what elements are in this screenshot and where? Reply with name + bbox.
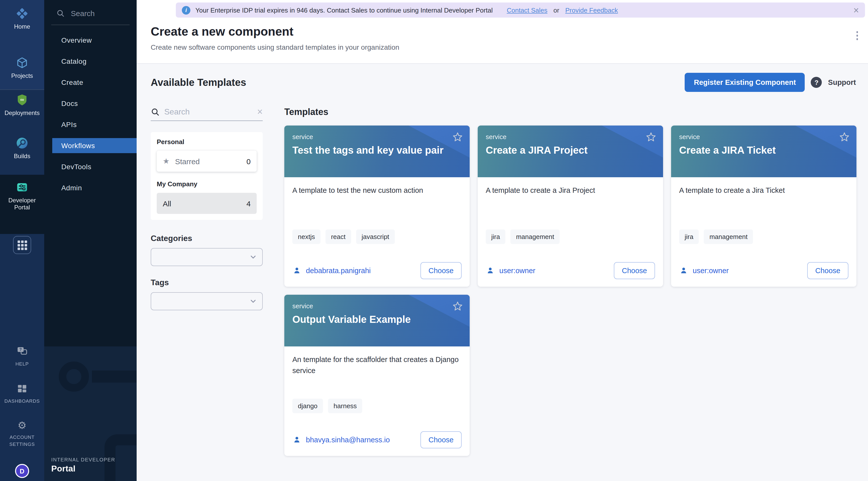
sidebar-item-catalog[interactable]: Catalog [44,51,136,72]
template-tags: nextjs react javascript [292,229,462,244]
contact-sales-link[interactable]: Contact Sales [507,6,548,14]
search-icon [56,9,65,18]
support-question-icon[interactable]: ? [811,77,822,88]
tag-chip[interactable]: management [510,229,560,244]
owner-name: bhavya.sinha@harness.io [306,436,390,444]
star-outline-icon[interactable] [646,132,656,142]
rail-item-dashboards[interactable]: DASHBOARDS [0,384,44,405]
template-card-header: service Test the tags and key value pair [284,126,470,177]
register-existing-component-button[interactable]: Register Existing Component [685,73,805,92]
page-header-section: i Your Enterprise IDP trial expires in 9… [136,0,868,64]
rail-item-help[interactable]: ? HELP [0,346,44,367]
support-label: Support [828,78,856,86]
choose-button[interactable]: Choose [614,262,655,279]
tag-chip[interactable]: jira [486,229,505,244]
brand-decoration-ring [59,361,89,392]
rail-label: Developer Portal [3,197,41,211]
template-tags: jira management [679,229,848,244]
sidebar-item-create[interactable]: Create [44,72,136,93]
template-owner-link[interactable]: debabrata.panigrahi [292,266,371,275]
star-outline-icon[interactable] [839,132,850,142]
starred-filter-row[interactable]: ★ Starred 0 [157,151,257,172]
template-owner-link[interactable]: bhavya.sinha@harness.io [292,435,390,444]
categories-label: Categories [151,234,263,243]
provide-feedback-link[interactable]: Provide Feedback [565,6,618,14]
templates-section: Templates service Test the tags and key … [284,107,856,456]
page-head: Create a new component Create new softwa… [136,18,868,51]
rail-label: DASHBOARDS [4,398,40,405]
tags-select[interactable] [151,292,263,310]
tag-chip[interactable]: react [326,229,351,244]
template-card-header: service Create a JIRA Project [478,126,663,177]
templates-grid: service Test the tags and key value pair… [284,126,856,456]
choose-button[interactable]: Choose [807,262,848,279]
tag-chip[interactable]: nextjs [292,229,320,244]
tag-chip[interactable]: javascript [356,229,395,244]
personal-label: Personal [157,138,257,146]
kebab-menu-icon[interactable] [854,29,860,42]
owner-name: user:owner [693,267,728,275]
person-icon [292,266,301,275]
sidebar-item-docs[interactable]: Docs [44,93,136,114]
rail-item-deployments[interactable]: ∞ Deployments [0,93,44,117]
template-tags: jira management [486,229,655,244]
sidebar-item-devtools[interactable]: DevTools [44,156,136,177]
rail-item-developer-portal[interactable]: Developer Portal [0,181,44,211]
app-root: Home Projects ∞ Deployments Builds [0,0,868,481]
modules-button[interactable] [13,236,31,254]
sidebar-search[interactable]: Search [44,0,136,18]
rail-item-home[interactable]: Home [0,7,44,30]
brand-title: Portal [51,464,115,474]
template-card-footer: user:owner Choose [486,262,655,279]
template-owner-link[interactable]: user:owner [679,266,728,275]
template-card-header: service Create a JIRA Ticket [671,126,857,177]
sidebar-nav: Overview Catalog Create Docs APIs Workfl… [44,30,136,198]
template-card-body: An template for the scaffolder that crea… [284,347,470,456]
tags-label: Tags [151,278,263,287]
choose-button[interactable]: Choose [421,262,462,279]
categories-select[interactable] [151,248,263,266]
owner-name: user:owner [499,267,535,275]
all-count: 4 [246,199,251,207]
all-filter-row[interactable]: All 4 [157,193,257,214]
template-card: service Create a JIRA Project A template… [478,126,663,287]
all-label: All [163,199,171,207]
tag-chip[interactable]: management [704,229,753,244]
rail-item-builds[interactable]: Builds [0,136,44,160]
template-title: Output Variable Example [292,314,462,325]
template-kind: service [292,133,462,140]
template-owner-link[interactable]: user:owner [486,266,535,275]
template-card-body: A template to create a Jira Ticket jira … [671,177,857,287]
templates-layout: × Personal ★ Starred 0 My Company All 4 [151,107,856,456]
module-rail: Home Projects ∞ Deployments Builds [0,0,44,481]
tag-chip[interactable]: django [292,399,323,413]
owner-name: debabrata.panigrahi [306,267,371,275]
sidebar-item-overview[interactable]: Overview [44,30,136,51]
star-outline-icon[interactable] [452,132,463,142]
sidebar-item-workflows[interactable]: Workflows [52,138,136,153]
clear-search-icon[interactable]: × [257,107,263,117]
brand-kicker: INTERNAL DEVELOPER [51,457,115,462]
template-card: service Output Variable Example An templ… [284,295,470,456]
choose-button[interactable]: Choose [421,431,462,448]
rail-item-projects[interactable]: Projects [0,56,44,79]
rail-label: Builds [14,153,30,160]
tag-chip[interactable]: harness [328,399,363,413]
sidebar-item-apis[interactable]: APIs [44,114,136,135]
toolbar-actions: Register Existing Component ? Support [685,73,856,92]
rail-label: Projects [11,72,33,79]
rail-item-account-settings[interactable]: ⚙ ACCOUNT SETTINGS [0,420,44,448]
template-search-input[interactable] [164,107,253,116]
banner-close-icon[interactable]: × [854,5,859,15]
user-avatar[interactable]: D [15,464,29,478]
template-kind: service [679,133,848,140]
sidebar-item-admin[interactable]: Admin [44,177,136,198]
filter-panel: × Personal ★ Starred 0 My Company All 4 [151,107,263,456]
star-outline-icon[interactable] [452,301,463,312]
my-company-label: My Company [157,180,257,188]
projects-icon [16,56,29,69]
rail-label: Home [14,23,30,30]
template-title: Create a JIRA Project [486,145,655,156]
tag-chip[interactable]: jira [679,229,699,244]
ownership-filter-card: Personal ★ Starred 0 My Company All 4 [151,132,263,220]
